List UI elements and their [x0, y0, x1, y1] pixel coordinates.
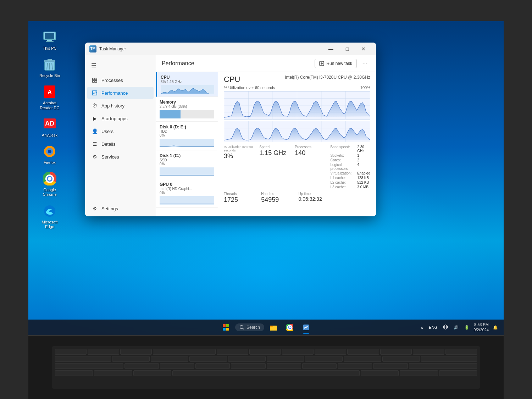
- settings-icon: ⚙: [92, 205, 98, 212]
- run-new-task-button[interactable]: Run new task: [315, 59, 357, 68]
- uptime-stat: Up time 0:06:32:32: [299, 192, 333, 203]
- volume-icon[interactable]: 🔊: [452, 325, 460, 331]
- edge-label: Microsoft Edge: [37, 220, 62, 229]
- utilization-stat-value: 3%: [224, 153, 256, 159]
- acrobat-label: Acrobat Reader DC: [37, 101, 62, 110]
- cpu-detail-title: CPU: [224, 75, 240, 84]
- sidebar-item-details[interactable]: ☰ Details: [87, 138, 154, 150]
- sidebar-item-services[interactable]: ⚙ Services: [87, 151, 154, 163]
- laptop-frame: This PC Recycle Bin: [0, 0, 532, 399]
- network-icon[interactable]: [442, 324, 449, 331]
- memory-item-sub: 2.8/7.4 GB (38%): [160, 105, 214, 109]
- notifications-icon[interactable]: 🔔: [492, 325, 499, 331]
- taskbar-search[interactable]: Search: [235, 323, 264, 331]
- desktop-icon-edge[interactable]: Microsoft Edge: [35, 202, 64, 231]
- users-icon: 👤: [92, 128, 98, 134]
- cpu-detail-panel: CPU Intel(R) Core(TM) i3-7020U CPU @ 2.3…: [218, 72, 376, 216]
- processes-label: Processes: [101, 78, 123, 83]
- desktop-icon-firefox[interactable]: Firefox: [35, 143, 64, 166]
- svg-rect-50: [223, 328, 226, 331]
- this-pc-icon: [42, 30, 57, 45]
- language-indicator[interactable]: ENG: [427, 325, 439, 330]
- svg-text:A: A: [48, 89, 52, 95]
- svg-point-52: [240, 326, 243, 329]
- uptime-stat-label: Up time: [299, 192, 333, 196]
- search-label: Search: [246, 325, 260, 330]
- cpu-bottom-chart: [224, 121, 370, 142]
- processes-stat-value: 140: [295, 150, 327, 156]
- svg-rect-2: [47, 40, 52, 41]
- disk0-item-name: Disk 0 (D: E:): [160, 124, 214, 129]
- threads-stat-label: Threads: [224, 192, 258, 196]
- perf-list-item-memory[interactable]: Memory 2.8/7.4 GB (38%): [156, 97, 218, 122]
- svg-rect-22: [95, 78, 97, 80]
- l2-cache-value: 512 KB: [357, 181, 370, 184]
- hamburger-menu-button[interactable]: ☰: [87, 58, 101, 72]
- cores-label: Cores:: [330, 158, 351, 162]
- perf-list-item-cpu[interactable]: CPU 3% 1.15 GHz: [156, 72, 218, 97]
- svg-rect-32: [160, 196, 214, 205]
- virtualization-value: Enabled: [357, 171, 370, 175]
- processes-stat-label: Processes: [295, 145, 327, 149]
- svg-point-16: [48, 150, 51, 153]
- speed-stat-value: 1.15 GHz: [259, 150, 292, 156]
- perf-content: CPU 3% 1.15 GHz: [156, 72, 376, 216]
- desktop-icon-recycle-bin[interactable]: Recycle Bin: [35, 56, 64, 79]
- cpu-stats-row: % Utilization over 60 seconds 3% Speed 1…: [224, 145, 370, 189]
- details-icon: ☰: [92, 141, 98, 147]
- sidebar-item-app-history[interactable]: ⏱ App history: [87, 100, 154, 112]
- gpu0-item-name: GPU 0: [160, 182, 214, 187]
- battery-icon[interactable]: 🔋: [463, 325, 471, 331]
- taskbar-file-explorer[interactable]: [266, 320, 281, 334]
- desktop-icon-anydesk[interactable]: AD AnyDesk: [35, 115, 64, 139]
- sidebar-item-users[interactable]: 👤 Users: [87, 125, 154, 137]
- app-history-label: App history: [101, 103, 124, 109]
- svg-line-53: [243, 328, 244, 330]
- screen: This PC Recycle Bin: [28, 21, 504, 335]
- speed-stat: Speed 1.15 GHz: [259, 145, 292, 189]
- task-manager-window: TM Task Manager — □ ✕ ☰: [85, 43, 376, 216]
- close-button[interactable]: ✕: [355, 43, 372, 55]
- utilization-max-label: 100%: [360, 85, 370, 90]
- svg-rect-30: [160, 139, 214, 147]
- windows-logo-icon: [223, 324, 229, 331]
- l1-cache-label: L1 cache:: [330, 176, 351, 180]
- sidebar-item-processes[interactable]: Processes: [87, 74, 154, 86]
- desktop-icon-acrobat[interactable]: A Acrobat Reader DC: [35, 83, 64, 111]
- perf-list-item-gpu0[interactable]: GPU 0 Intel(R) HD Graphi... 0%: [156, 179, 218, 208]
- perf-list-item-disk0[interactable]: Disk 0 (D: E:) HDD 0%: [156, 122, 218, 150]
- handles-stat: Handles 54959: [261, 192, 295, 203]
- perf-list-item-disk1[interactable]: Disk 1 (C:) SSD 0%: [156, 150, 218, 179]
- handles-stat-label: Handles: [261, 192, 295, 196]
- start-button[interactable]: [219, 320, 233, 334]
- performance-page-title: Performance: [162, 60, 194, 67]
- clock-display[interactable]: 8:53 PM 9/2/2024: [473, 322, 489, 333]
- desktop-icon-chrome[interactable]: Google Chrome: [35, 170, 64, 198]
- disk1-item-sub: SSD: [160, 158, 214, 162]
- more-options-button[interactable]: ⋯: [360, 58, 370, 69]
- sockets-value: 1: [357, 154, 370, 157]
- show-hidden-icons-button[interactable]: ∧: [419, 325, 425, 330]
- l1-cache-value: 128 KB: [357, 176, 370, 180]
- taskbar-chrome[interactable]: [283, 320, 297, 334]
- desktop-icon-this-pc[interactable]: This PC: [35, 28, 64, 52]
- maximize-button[interactable]: □: [339, 43, 355, 55]
- acrobat-icon: A: [42, 84, 57, 99]
- disk1-usage-bar: [160, 167, 214, 176]
- minimize-button[interactable]: —: [323, 43, 339, 55]
- taskbar-task-manager[interactable]: [299, 320, 313, 334]
- sidebar-item-performance[interactable]: Performance: [87, 87, 154, 99]
- perf-device-list: CPU 3% 1.15 GHz: [156, 72, 218, 216]
- task-manager-taskbar-icon: [303, 324, 309, 331]
- sidebar-item-settings[interactable]: ⚙ Settings: [87, 203, 154, 216]
- settings-label: Settings: [101, 206, 118, 211]
- tm-content-header: Performance Run new task: [156, 55, 376, 72]
- taskbar-center: Search: [219, 320, 313, 334]
- l3-cache-value: 3.0 MB: [357, 185, 370, 189]
- gpu0-item-sub: Intel(R) HD Graphi...: [160, 187, 214, 191]
- firefox-label: Firefox: [44, 160, 56, 165]
- tm-titlebar: TM Task Manager — □ ✕: [85, 43, 376, 55]
- chrome-icon: [42, 171, 57, 186]
- desktop: This PC Recycle Bin: [28, 21, 504, 335]
- sidebar-item-startup-apps[interactable]: ▶ Startup apps: [87, 112, 154, 124]
